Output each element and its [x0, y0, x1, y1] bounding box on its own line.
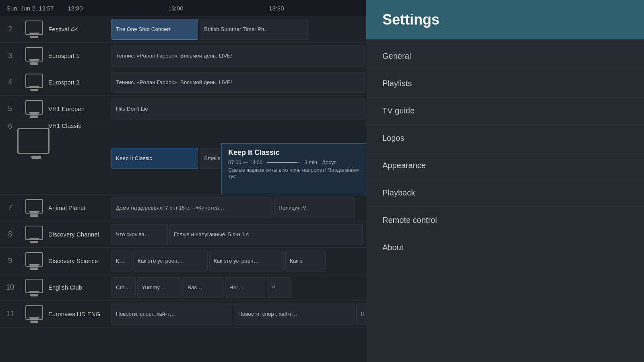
tv-icon: [25, 199, 43, 217]
settings-title: Settings: [382, 11, 628, 28]
program-item[interactable]: Н: [356, 304, 366, 325]
time-slot-1: 13:00: [165, 5, 266, 12]
tv-icon: [25, 252, 43, 270]
program-item[interactable]: The One Shot Concert: [111, 19, 198, 40]
program-item[interactable]: Что скрыва…: [111, 224, 168, 245]
channel-name: Festival 4K: [48, 26, 111, 33]
program-item[interactable]: Как это устроен…: [209, 251, 284, 272]
tv-icon: [25, 47, 43, 65]
channel-icon: [20, 305, 48, 323]
program-item[interactable]: Теннис. «Ролан Гаррос». Восьмой день. LI…: [111, 45, 365, 66]
time-range: 07:00 — 13:00: [228, 159, 262, 165]
program-item[interactable]: Полиция М: [274, 197, 355, 218]
channel-name: VH1 Classic: [48, 122, 111, 129]
channel-icon: [20, 252, 48, 270]
channel-icon-expanded: [20, 122, 48, 159]
tv-icon: [25, 226, 43, 243]
channel-name: English Club: [48, 284, 111, 291]
channel-number: 8: [0, 230, 20, 239]
program-item[interactable]: British Summer Time: Ph...: [200, 19, 308, 40]
remaining-time: 3 min: [304, 159, 317, 165]
channel-number: 4: [0, 78, 20, 86]
channel-name: Discovery Science: [48, 257, 111, 264]
program-category: Досуг: [322, 159, 336, 165]
tv-icon: [25, 100, 43, 118]
programs-area: The One Shot ConcertBritish Summer Time:…: [111, 16, 366, 42]
tv-icon: [25, 74, 43, 91]
programs-area: Дома на деревьях. 7 с-н 16 с. - «Кинотеа…: [111, 195, 366, 221]
channel-number: 5: [0, 105, 20, 113]
channel-row[interactable]: 5VH1 EuropenHits Don't Lie: [0, 96, 366, 122]
progress-bar: [267, 162, 299, 163]
program-item[interactable]: Hits Don't Lie: [111, 99, 365, 119]
channel-name: VH1 Europen: [48, 105, 111, 112]
settings-menu-item[interactable]: Playback: [366, 179, 644, 207]
channel-list: 2Festival 4KThe One Shot ConcertBritish …: [0, 16, 366, 327]
settings-menu-item[interactable]: Remote control: [366, 207, 644, 234]
program-item[interactable]: Her…: [225, 277, 265, 298]
channel-icon: [20, 47, 48, 65]
program-item[interactable]: Как э: [285, 251, 326, 272]
settings-menu-item[interactable]: Appearance: [366, 152, 644, 179]
programs-area: К…Как это устроен…Как это устроен…Как э: [111, 248, 366, 274]
time-slots: 12:30 13:00 13:30: [64, 5, 366, 12]
channel-number: 3: [0, 51, 20, 60]
channel-number: 11: [0, 310, 20, 318]
program-item[interactable]: P: [267, 277, 291, 298]
programs-area: Keep It ClassicSmells Like The 90sKeep I…: [111, 122, 366, 194]
channel-number: 2: [0, 25, 20, 33]
channel-row[interactable]: 9Discovery ScienceК…Как это устроен…Как …: [0, 248, 366, 274]
progress-fill: [267, 162, 297, 163]
tv-icon: [25, 305, 43, 323]
channel-row[interactable]: 11Euronews HD ENGНовости, спорт, хай-т…Н…: [0, 301, 366, 327]
channel-row[interactable]: 8Discovery ChannelЧто скрыва…Голые и нап…: [0, 221, 366, 248]
settings-menu-item[interactable]: About: [366, 234, 644, 261]
channel-row[interactable]: 7Animal PlanetДома на деревьях. 7 с-н 16…: [0, 195, 366, 221]
program-item[interactable]: Голые и напуганные. 5 с-н 1 с: [169, 224, 363, 245]
program-item[interactable]: Новости, спорт, хай-т…: [234, 304, 355, 325]
channel-number: 10: [0, 283, 20, 292]
time-header: Sun, Jun 2, 12:57 12:30 13:00 13:30: [0, 0, 366, 16]
programs-area: Что скрыва…Голые и напуганные. 5 с-н 1 с: [111, 221, 366, 247]
settings-menu-item[interactable]: Logos: [366, 125, 644, 152]
program-item[interactable]: Yummy …: [137, 277, 182, 298]
program-item[interactable]: Теннис. «Ролан Гаррос». Восьмой день. LI…: [111, 72, 365, 93]
channel-row[interactable]: 2Festival 4KThe One Shot ConcertBritish …: [0, 16, 366, 43]
channel-row[interactable]: 10English ClubCra…Yummy …Bas…Her…P: [0, 274, 366, 301]
channel-icon: [20, 226, 48, 243]
program-item[interactable]: Bas…: [183, 277, 223, 298]
channel-row[interactable]: 4Eurosport 2Теннис. «Ролан Гаррос». Вось…: [0, 69, 366, 96]
settings-menu: GeneralPlaylistsTV guideLogosAppearanceP…: [366, 39, 644, 362]
program-item[interactable]: Cra…: [111, 277, 136, 298]
programs-area: Теннис. «Ролан Гаррос». Восьмой день. LI…: [111, 43, 366, 69]
channel-icon: [20, 279, 48, 296]
program-item[interactable]: Как это устроен…: [133, 251, 208, 272]
channel-icon: [20, 199, 48, 217]
channel-name: Eurosport 2: [48, 79, 111, 86]
tv-icon: [25, 279, 43, 296]
settings-panel: Settings GeneralPlaylistsTV guideLogosAp…: [366, 0, 644, 362]
channel-name: Discovery Channel: [48, 231, 111, 238]
program-item[interactable]: Дома на деревьях. 7 с-н 16 с. - «Кинотеа…: [111, 197, 272, 218]
channel-icon: [20, 74, 48, 91]
channel-icon: [20, 100, 48, 118]
program-item[interactable]: К…: [111, 251, 132, 272]
expanded-program-info: Keep It Classic07:00 — 13:003 minДосугСа…: [221, 143, 366, 194]
channel-name: Euronews HD ENG: [48, 311, 111, 317]
current-datetime: Sun, Jun 2, 12:57: [0, 5, 64, 12]
settings-menu-item[interactable]: Playlists: [366, 70, 644, 97]
channel-row[interactable]: 6VH1 ClassicKeep It ClassicSmells Like T…: [0, 122, 366, 195]
tv-icon: [17, 128, 50, 154]
programs-area: Cra…Yummy …Bas…Her…P: [111, 274, 366, 300]
settings-menu-item[interactable]: TV guide: [366, 97, 644, 125]
expanded-time: 07:00 — 13:003 minДосуг: [228, 159, 359, 165]
time-slot-0: 12:30: [64, 5, 165, 12]
channel-name: Eurosport 1: [48, 52, 111, 59]
channel-row[interactable]: 3Eurosport 1Теннис. «Ролан Гаррос». Вось…: [0, 43, 366, 69]
channel-name: Animal Planet: [48, 204, 111, 211]
expanded-description: Самые жаркие хиты всю ночь напролет! Про…: [228, 167, 359, 179]
program-item[interactable]: Keep It Classic: [111, 148, 198, 169]
program-item[interactable]: Новости, спорт, хай-т…: [111, 304, 232, 325]
settings-menu-item[interactable]: General: [366, 43, 644, 70]
time-slot-2: 13:30: [266, 5, 366, 12]
